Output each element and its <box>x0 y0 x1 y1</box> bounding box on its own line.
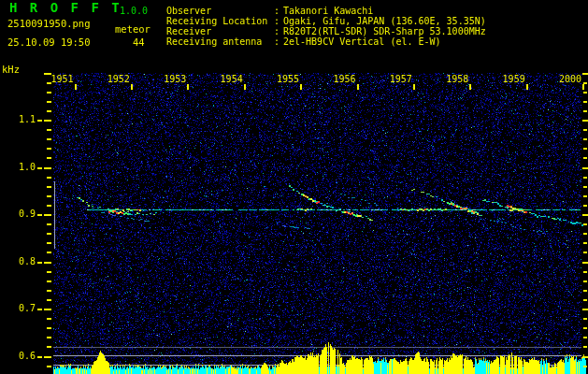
freq-axis-label: 0.7 <box>7 303 36 313</box>
info-label: Receiver <box>166 26 274 36</box>
info-colon: : <box>274 36 283 47</box>
info-colon: : <box>274 26 283 36</box>
info-value: Takanori Kawachi <box>283 6 373 16</box>
time-axis-label: 1959 <box>497 74 525 84</box>
time-axis-label: 1951 <box>46 74 74 84</box>
time-axis-label: 1957 <box>384 74 412 84</box>
info-label: Receiving Location <box>166 16 274 26</box>
freq-axis-unit-label: kHz <box>2 65 20 75</box>
time-axis-label: 1956 <box>328 74 356 84</box>
spectrogram-canvas <box>0 0 588 374</box>
info-label: Observer <box>166 6 274 16</box>
freq-axis-label: 0.6 <box>7 351 36 361</box>
info-label: Receiving antenna <box>166 36 274 47</box>
app-title: H R O F F T <box>9 3 122 13</box>
version-label: 1.0.0 <box>120 6 148 16</box>
info-row-receiving-location: Receiving Location:Ogaki, Gifu, JAPAN (1… <box>166 16 486 26</box>
time-axis-label: 1955 <box>271 74 299 84</box>
time-axis-label: 2000 <box>553 74 581 84</box>
filename-label: 2510091950.png <box>7 19 91 29</box>
meteor-count: 44 <box>133 37 145 48</box>
info-colon: : <box>274 16 283 26</box>
time-axis-label: 1953 <box>158 74 186 84</box>
info-value: 2el-HB9CV Vertical (el. E-W) <box>283 36 441 47</box>
info-row-receiving-antenna: Receiving antenna:2el-HB9CV Vertical (el… <box>166 36 441 47</box>
hrofft-window: H R O F F T 1.0.0 2510091950.png meteor … <box>0 0 588 374</box>
time-axis-label: 1954 <box>215 74 243 84</box>
freq-axis-label: 0.9 <box>7 209 36 219</box>
freq-axis-label: 1.0 <box>7 162 36 172</box>
info-colon: : <box>274 6 283 16</box>
freq-axis-label: 0.8 <box>7 256 36 266</box>
time-axis-label: 1952 <box>102 74 130 84</box>
datetime-label: 25.10.09 19:50 <box>7 37 91 48</box>
info-row-observer: Observer:Takanori Kawachi <box>166 6 373 16</box>
mode-label: meteor <box>115 24 151 35</box>
time-axis-label: 1958 <box>440 74 468 84</box>
freq-axis-label: 1.1 <box>7 114 36 124</box>
info-value: Ogaki, Gifu, JAPAN (136.60E, 35.35N) <box>283 16 486 26</box>
info-row-receiver: Receiver:R820T2(RTL-SDR) SDR-Sharp 53.10… <box>166 26 486 36</box>
info-value: R820T2(RTL-SDR) SDR-Sharp 53.1000MHz <box>283 26 486 36</box>
